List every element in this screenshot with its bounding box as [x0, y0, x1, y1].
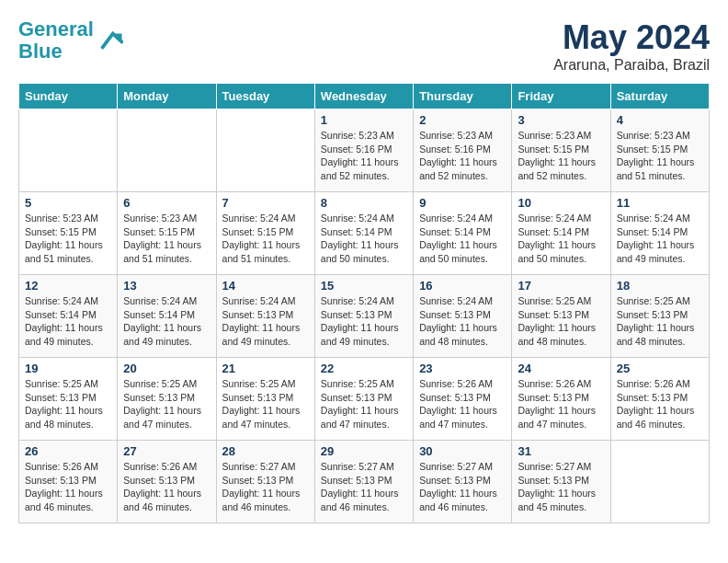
- calendar-cell: 11Sunrise: 5:24 AM Sunset: 5:14 PM Dayli…: [610, 192, 709, 275]
- calendar-cell: 30Sunrise: 5:27 AM Sunset: 5:13 PM Dayli…: [414, 441, 512, 523]
- calendar-cell: 18Sunrise: 5:25 AM Sunset: 5:13 PM Dayli…: [610, 275, 709, 358]
- logo-text: General Blue: [18, 18, 94, 63]
- day-info: Sunrise: 5:24 AM Sunset: 5:14 PM Dayligh…: [617, 212, 703, 266]
- day-info: Sunrise: 5:25 AM Sunset: 5:13 PM Dayligh…: [25, 377, 111, 431]
- calendar-cell: 19Sunrise: 5:25 AM Sunset: 5:13 PM Dayli…: [19, 358, 118, 441]
- calendar-cell: 29Sunrise: 5:27 AM Sunset: 5:13 PM Dayli…: [314, 441, 413, 523]
- calendar-cell: 1Sunrise: 5:23 AM Sunset: 5:16 PM Daylig…: [314, 109, 413, 192]
- day-info: Sunrise: 5:24 AM Sunset: 5:14 PM Dayligh…: [419, 212, 506, 266]
- day-number: 15: [321, 279, 407, 293]
- calendar-cell: 16Sunrise: 5:24 AM Sunset: 5:13 PM Dayli…: [414, 275, 512, 358]
- day-number: 20: [123, 362, 210, 375]
- calendar-cell: 9Sunrise: 5:24 AM Sunset: 5:14 PM Daylig…: [414, 192, 512, 275]
- day-info: Sunrise: 5:24 AM Sunset: 5:14 PM Dayligh…: [321, 212, 407, 266]
- day-info: Sunrise: 5:26 AM Sunset: 5:13 PM Dayligh…: [25, 460, 111, 514]
- day-number: 9: [419, 196, 506, 210]
- day-number: 18: [617, 279, 703, 293]
- day-number: 6: [123, 196, 210, 210]
- day-info: Sunrise: 5:23 AM Sunset: 5:16 PM Dayligh…: [321, 129, 407, 183]
- day-number: 5: [25, 196, 111, 210]
- calendar-cell: 20Sunrise: 5:25 AM Sunset: 5:13 PM Dayli…: [118, 358, 216, 441]
- calendar-cell: 3Sunrise: 5:23 AM Sunset: 5:15 PM Daylig…: [512, 109, 610, 192]
- day-info: Sunrise: 5:26 AM Sunset: 5:13 PM Dayligh…: [123, 460, 210, 514]
- day-info: Sunrise: 5:23 AM Sunset: 5:15 PM Dayligh…: [518, 129, 604, 183]
- day-number: 24: [518, 362, 604, 375]
- day-number: 3: [518, 113, 604, 127]
- day-info: Sunrise: 5:27 AM Sunset: 5:13 PM Dayligh…: [222, 460, 309, 514]
- day-info: Sunrise: 5:23 AM Sunset: 5:15 PM Dayligh…: [123, 212, 210, 266]
- day-number: 12: [25, 279, 111, 293]
- weekday-header: Wednesday: [314, 84, 413, 109]
- day-number: 14: [222, 279, 309, 293]
- calendar-cell: 25Sunrise: 5:26 AM Sunset: 5:13 PM Dayli…: [610, 358, 709, 441]
- day-number: 31: [518, 444, 604, 458]
- day-number: 7: [222, 196, 309, 210]
- day-info: Sunrise: 5:26 AM Sunset: 5:13 PM Dayligh…: [419, 377, 506, 431]
- calendar-cell: 24Sunrise: 5:26 AM Sunset: 5:13 PM Dayli…: [512, 358, 610, 441]
- day-info: Sunrise: 5:23 AM Sunset: 5:15 PM Dayligh…: [617, 129, 703, 183]
- day-number: 10: [518, 196, 604, 210]
- day-info: Sunrise: 5:26 AM Sunset: 5:13 PM Dayligh…: [518, 377, 604, 431]
- calendar-cell: 7Sunrise: 5:24 AM Sunset: 5:15 PM Daylig…: [216, 192, 314, 275]
- calendar-cell: 27Sunrise: 5:26 AM Sunset: 5:13 PM Dayli…: [118, 441, 216, 523]
- calendar-cell: 4Sunrise: 5:23 AM Sunset: 5:15 PM Daylig…: [610, 109, 709, 192]
- calendar-cell: 31Sunrise: 5:27 AM Sunset: 5:13 PM Dayli…: [512, 441, 610, 523]
- calendar-cell: 6Sunrise: 5:23 AM Sunset: 5:15 PM Daylig…: [118, 192, 216, 275]
- calendar-cell: 13Sunrise: 5:24 AM Sunset: 5:14 PM Dayli…: [118, 275, 216, 358]
- day-info: Sunrise: 5:27 AM Sunset: 5:13 PM Dayligh…: [321, 460, 407, 514]
- day-info: Sunrise: 5:23 AM Sunset: 5:15 PM Dayligh…: [25, 212, 111, 266]
- day-number: 27: [123, 444, 210, 458]
- day-info: Sunrise: 5:25 AM Sunset: 5:13 PM Dayligh…: [518, 294, 604, 349]
- calendar-cell: [216, 109, 314, 192]
- calendar-cell: 10Sunrise: 5:24 AM Sunset: 5:14 PM Dayli…: [512, 192, 610, 275]
- calendar-cell: [19, 109, 118, 192]
- calendar-cell: 14Sunrise: 5:24 AM Sunset: 5:13 PM Dayli…: [216, 275, 314, 358]
- calendar-cell: [118, 109, 216, 192]
- day-number: 2: [419, 113, 506, 127]
- weekday-header: Sunday: [19, 84, 118, 109]
- day-info: Sunrise: 5:24 AM Sunset: 5:14 PM Dayligh…: [518, 212, 604, 266]
- page-header: General Blue May 2024 Araruna, Paraiba, …: [18, 18, 710, 74]
- calendar-cell: 28Sunrise: 5:27 AM Sunset: 5:13 PM Dayli…: [216, 441, 314, 523]
- day-info: Sunrise: 5:25 AM Sunset: 5:13 PM Dayligh…: [222, 377, 309, 431]
- location-title: Araruna, Paraiba, Brazil: [553, 57, 710, 74]
- day-info: Sunrise: 5:25 AM Sunset: 5:13 PM Dayligh…: [321, 377, 407, 431]
- day-number: 23: [419, 362, 506, 375]
- weekday-header: Saturday: [610, 84, 709, 109]
- day-number: 19: [25, 362, 111, 375]
- logo-icon: [96, 27, 123, 54]
- calendar-cell: 12Sunrise: 5:24 AM Sunset: 5:14 PM Dayli…: [19, 275, 118, 358]
- calendar-cell: 2Sunrise: 5:23 AM Sunset: 5:16 PM Daylig…: [414, 109, 512, 192]
- day-number: 11: [617, 196, 703, 210]
- calendar-cell: [610, 441, 709, 523]
- logo: General Blue: [18, 18, 123, 63]
- calendar-cell: 26Sunrise: 5:26 AM Sunset: 5:13 PM Dayli…: [19, 441, 118, 523]
- weekday-header: Friday: [512, 84, 610, 109]
- calendar-cell: 8Sunrise: 5:24 AM Sunset: 5:14 PM Daylig…: [314, 192, 413, 275]
- day-info: Sunrise: 5:24 AM Sunset: 5:14 PM Dayligh…: [25, 294, 111, 349]
- calendar-cell: 21Sunrise: 5:25 AM Sunset: 5:13 PM Dayli…: [216, 358, 314, 441]
- day-number: 26: [25, 444, 111, 458]
- day-number: 16: [419, 279, 506, 293]
- day-number: 28: [222, 444, 309, 458]
- day-number: 29: [321, 444, 407, 458]
- calendar-cell: 5Sunrise: 5:23 AM Sunset: 5:15 PM Daylig…: [19, 192, 118, 275]
- calendar-cell: 15Sunrise: 5:24 AM Sunset: 5:13 PM Dayli…: [314, 275, 413, 358]
- day-number: 13: [123, 279, 210, 293]
- day-number: 1: [321, 113, 407, 127]
- title-block: May 2024 Araruna, Paraiba, Brazil: [553, 18, 710, 74]
- calendar-cell: 23Sunrise: 5:26 AM Sunset: 5:13 PM Dayli…: [414, 358, 512, 441]
- day-info: Sunrise: 5:24 AM Sunset: 5:14 PM Dayligh…: [123, 294, 210, 349]
- month-title: May 2024: [553, 18, 710, 57]
- calendar-cell: 22Sunrise: 5:25 AM Sunset: 5:13 PM Dayli…: [314, 358, 413, 441]
- day-info: Sunrise: 5:23 AM Sunset: 5:16 PM Dayligh…: [419, 129, 506, 183]
- calendar-table: SundayMondayTuesdayWednesdayThursdayFrid…: [18, 83, 710, 523]
- day-info: Sunrise: 5:24 AM Sunset: 5:13 PM Dayligh…: [222, 294, 309, 349]
- day-info: Sunrise: 5:26 AM Sunset: 5:13 PM Dayligh…: [617, 377, 703, 431]
- day-number: 30: [419, 444, 506, 458]
- weekday-header: Tuesday: [216, 84, 314, 109]
- day-info: Sunrise: 5:24 AM Sunset: 5:13 PM Dayligh…: [321, 294, 407, 349]
- day-number: 22: [321, 362, 407, 375]
- day-info: Sunrise: 5:27 AM Sunset: 5:13 PM Dayligh…: [518, 460, 604, 514]
- day-number: 21: [222, 362, 309, 375]
